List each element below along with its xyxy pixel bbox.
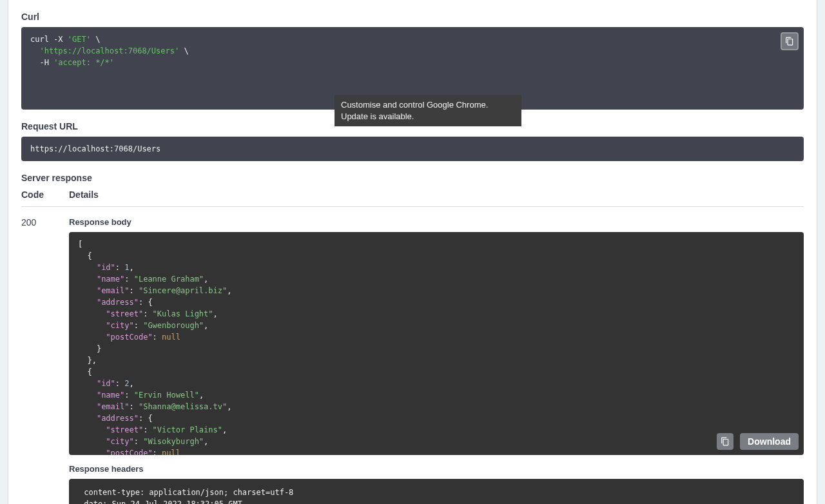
clipboard-icon xyxy=(721,437,730,446)
copy-response-button[interactable] xyxy=(717,433,733,450)
download-button[interactable]: Download xyxy=(740,433,799,450)
clipboard-icon xyxy=(785,37,794,46)
status-code: 200 xyxy=(21,217,69,504)
col-header-details: Details xyxy=(69,189,804,200)
request-url-block: https://localhost:7068/Users xyxy=(21,137,804,161)
response-headers-label: Response headers xyxy=(69,464,804,474)
chrome-tooltip: Customise and control Google Chrome. Upd… xyxy=(335,95,521,126)
response-headers-block: content-type: application/json; charset=… xyxy=(69,479,804,504)
col-header-code: Code xyxy=(21,189,69,200)
server-response-table-head: Code Details xyxy=(21,189,804,207)
response-body-label: Response body xyxy=(69,217,804,227)
server-response-heading: Server response xyxy=(21,173,804,183)
response-body-block: [ { "id": 1, "name": "Leanne Graham", "e… xyxy=(69,232,804,455)
copy-curl-button[interactable] xyxy=(781,32,799,50)
curl-heading: Curl xyxy=(21,0,804,22)
server-response-row: 200 Response body [ { "id": 1, "name": "… xyxy=(21,217,804,504)
